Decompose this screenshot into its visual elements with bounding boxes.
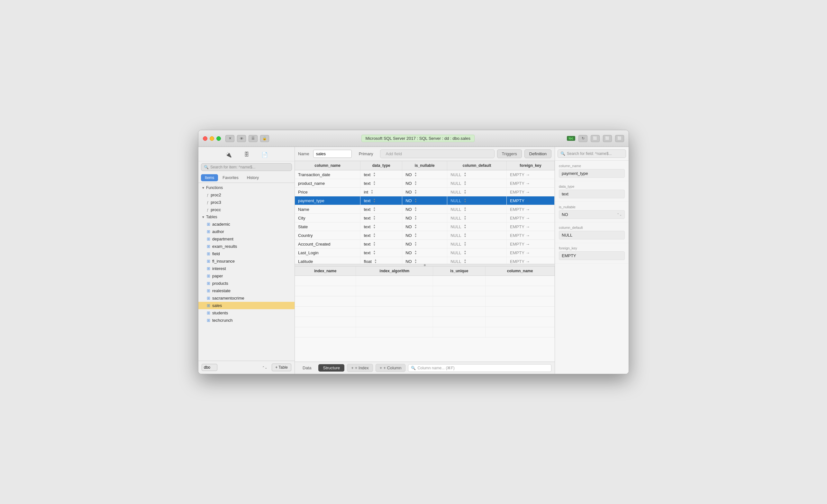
cell-column-name[interactable]: Latitude	[295, 257, 360, 264]
primary-button[interactable]: Primary	[354, 150, 378, 158]
table-row[interactable]: State text ▲▼ NO ▲▼ NULL ▲▼ EMPTY →	[295, 222, 555, 231]
sidebar-item-paper[interactable]: ⊞ paper	[198, 272, 295, 280]
cell-foreign-key[interactable]: EMPTY →	[507, 179, 555, 188]
close-button[interactable]	[203, 136, 207, 141]
layout-btn-1[interactable]: ⬜	[591, 135, 600, 142]
cell-foreign-key[interactable]: EMPTY →	[507, 222, 555, 231]
table-row[interactable]: Latitude float ▲▼ NO ▲▼ NULL ▲▼ EMPTY →	[295, 257, 555, 264]
cell-column-name[interactable]: Last_Login	[295, 248, 360, 257]
cell-data-type[interactable]: text ▲▼	[360, 222, 402, 231]
cell-column-name[interactable]: Transaction_date	[295, 170, 360, 179]
cell-column-default[interactable]: NULL ▲▼	[447, 188, 507, 196]
tab-history[interactable]: History	[243, 174, 263, 181]
sidebar-item-fl-insurance[interactable]: ⊞ fl_insurance	[198, 257, 295, 265]
cell-column-default[interactable]: NULL ▲▼	[447, 240, 507, 248]
cell-column-default[interactable]: NULL ▲▼	[447, 248, 507, 257]
cell-column-name[interactable]: Price	[295, 188, 360, 196]
sidebar-item-realestate[interactable]: ⊞ realestate	[198, 287, 295, 294]
cell-is-nullable[interactable]: NO ▲▼	[402, 188, 447, 196]
sidebar-item-products[interactable]: ⊞ products	[198, 280, 295, 287]
cell-column-name[interactable]: City	[295, 214, 360, 222]
cell-data-type[interactable]: text ▲▼	[360, 214, 402, 222]
sidebar-item-exam-results[interactable]: ⊞ exam_results	[198, 243, 295, 250]
doc-icon[interactable]: 📄	[259, 150, 271, 159]
definition-button[interactable]: Definition	[525, 149, 551, 158]
nav-arrow[interactable]: →	[526, 190, 530, 195]
refresh-button[interactable]: ↻	[578, 135, 587, 142]
cell-is-nullable[interactable]: NO ▲▼	[402, 179, 447, 188]
cell-column-default[interactable]: NULL ▲▼	[447, 170, 507, 179]
cell-column-default[interactable]: NULL ▲▼	[447, 222, 507, 231]
cell-data-type[interactable]: text ▲▼	[360, 240, 402, 248]
sidebar-item-interest[interactable]: ⊞ interest	[198, 265, 295, 272]
table-row[interactable]: payment_type text ▲▼ NO ▲▼ NULL ▲▼ EMPTY…	[295, 196, 555, 205]
cell-column-name[interactable]: State	[295, 222, 360, 231]
cell-column-default[interactable]: NULL ▲▼	[447, 257, 507, 264]
tables-section-header[interactable]: ▼ Tables	[198, 213, 295, 220]
table-row[interactable]: Transaction_date text ▲▼ NO ▲▼ NULL ▲▼ E…	[295, 170, 555, 179]
table-row[interactable]: product_name text ▲▼ NO ▲▼ NULL ▲▼ EMPTY…	[295, 179, 555, 188]
sidebar-item-students[interactable]: ⊞ students	[198, 309, 295, 317]
cell-data-type[interactable]: text ▲▼	[360, 170, 402, 179]
eye-button[interactable]: 👁	[237, 135, 246, 142]
layout-btn-2[interactable]: ⬜	[603, 135, 612, 142]
cell-data-type[interactable]: text ▲▼	[360, 205, 402, 214]
cell-data-type[interactable]: text ▲▼	[360, 248, 402, 257]
triggers-button[interactable]: Triggers	[497, 149, 522, 158]
cell-column-default[interactable]: NULL ▲▼	[447, 179, 507, 188]
cell-foreign-key[interactable]: EMPTY →	[507, 205, 555, 214]
right-field-value-is_nullable[interactable]: NO⌃⌄	[559, 210, 625, 219]
cell-data-type[interactable]: text ▲▼	[360, 196, 402, 205]
back-button[interactable]: ✕	[226, 135, 234, 142]
sidebar-item-sales[interactable]: ⊞ sales	[198, 302, 295, 309]
sidebar-item-field[interactable]: ⊞ field	[198, 250, 295, 257]
table-icon-btn[interactable]: 🗄	[241, 150, 252, 159]
add-table-button[interactable]: + Table	[272, 363, 291, 371]
cell-foreign-key[interactable]: EMPTY →	[507, 257, 555, 264]
tab-items[interactable]: Items	[201, 174, 218, 181]
cell-foreign-key[interactable]: EMPTY →	[507, 248, 555, 257]
right-search-input[interactable]: 🔍 Search for field: ^name$...	[557, 149, 626, 158]
db-icon[interactable]: 🔌	[223, 150, 234, 159]
minimize-button[interactable]	[210, 136, 214, 141]
nav-arrow[interactable]: →	[526, 224, 530, 229]
maximize-button[interactable]	[216, 136, 221, 141]
list-button[interactable]: ☰	[249, 135, 257, 142]
cell-column-name[interactable]: product_name	[295, 179, 360, 188]
cell-data-type[interactable]: int ▲▼	[360, 188, 402, 196]
cell-foreign-key[interactable]: EMPTY →	[507, 231, 555, 240]
cell-is-nullable[interactable]: NO ▲▼	[402, 248, 447, 257]
cell-foreign-key[interactable]: EMPTY →	[507, 214, 555, 222]
cell-foreign-key[interactable]: EMPTY →	[507, 240, 555, 248]
cell-column-default[interactable]: NULL ▲▼	[447, 231, 507, 240]
add-index-button[interactable]: + + Index	[347, 364, 373, 372]
sidebar-item-academic[interactable]: ⊞ academic	[198, 220, 295, 228]
cell-column-default[interactable]: NULL ▲▼	[447, 196, 507, 205]
table-row[interactable]: Name text ▲▼ NO ▲▼ NULL ▲▼ EMPTY →	[295, 205, 555, 214]
add-field-button[interactable]: Add field	[380, 149, 494, 158]
sidebar-search[interactable]: 🔍 Search for item: ^name$...	[201, 163, 292, 171]
sidebar-item-sacramentocrime[interactable]: ⊞ sacramentocrime	[198, 294, 295, 302]
add-column-button[interactable]: + + Column	[376, 364, 406, 372]
cell-foreign-key[interactable]: EMPTY →	[507, 188, 555, 196]
table-name-input[interactable]	[313, 150, 352, 158]
cell-is-nullable[interactable]: NO ▲▼	[402, 240, 447, 248]
nav-arrow[interactable]: →	[526, 207, 530, 212]
nav-arrow[interactable]: →	[526, 259, 530, 264]
cell-is-nullable[interactable]: NO ▲▼	[402, 205, 447, 214]
layout-btn-3[interactable]: ⬜	[615, 135, 624, 142]
sidebar-item-proc2[interactable]: ƒ proc2	[198, 191, 295, 199]
table-row[interactable]: Account_Created text ▲▼ NO ▲▼ NULL ▲▼ EM…	[295, 240, 555, 248]
functions-section-header[interactable]: ▼ Functions	[198, 184, 295, 191]
nav-arrow[interactable]: →	[526, 233, 530, 238]
cell-column-name[interactable]: Account_Created	[295, 240, 360, 248]
table-row[interactable]: City text ▲▼ NO ▲▼ NULL ▲▼ EMPTY →	[295, 214, 555, 222]
lock-button[interactable]: 🔒	[260, 135, 269, 142]
schema-select[interactable]: dbo	[202, 364, 217, 371]
table-row[interactable]: Price int ▲▼ NO ▲▼ NULL ▲▼ EMPTY →	[295, 188, 555, 196]
data-tab[interactable]: Data	[298, 364, 316, 371]
cell-data-type[interactable]: text ▲▼	[360, 231, 402, 240]
cell-column-name[interactable]: Name	[295, 205, 360, 214]
cell-is-nullable[interactable]: NO ▲▼	[402, 170, 447, 179]
nav-arrow[interactable]: →	[526, 216, 530, 220]
